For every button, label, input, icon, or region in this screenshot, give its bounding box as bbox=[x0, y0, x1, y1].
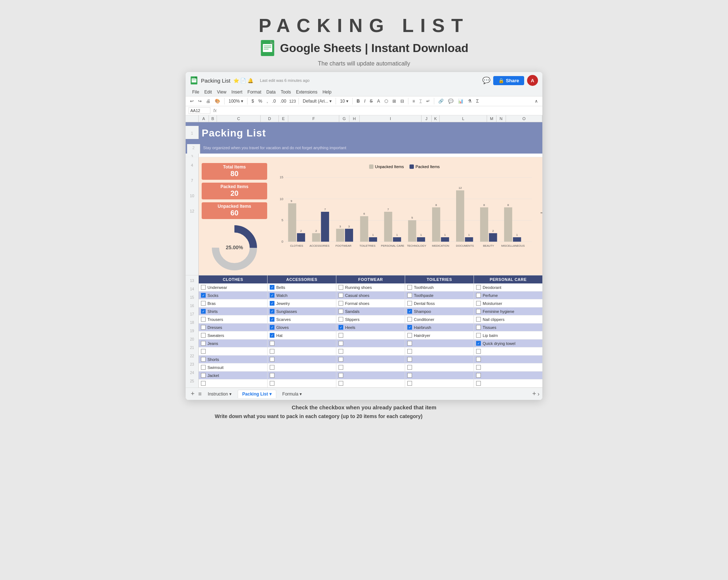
checkbox-feminine-hygiene[interactable] bbox=[476, 309, 481, 314]
checkbox-last-clothes[interactable] bbox=[201, 381, 206, 386]
menu-format[interactable]: Format bbox=[245, 89, 264, 95]
menu-extensions[interactable]: Extensions bbox=[294, 89, 320, 95]
checkbox-empty-fw5[interactable] bbox=[339, 365, 343, 370]
share-button[interactable]: 🔒 Share bbox=[493, 76, 524, 85]
menu-file[interactable]: File bbox=[190, 89, 201, 95]
checkbox-sandals[interactable] bbox=[339, 309, 343, 314]
checkbox-socks[interactable]: ✓ bbox=[201, 293, 206, 298]
bold-icon[interactable]: B bbox=[355, 98, 361, 104]
borders-icon[interactable]: ⊞ bbox=[391, 98, 397, 104]
checkbox-lip-balm[interactable] bbox=[476, 333, 481, 338]
checkbox-hairdryer[interactable] bbox=[407, 333, 412, 338]
chart-icon[interactable]: 📊 bbox=[456, 98, 465, 104]
tab-packing-list[interactable]: Packing List ▾ bbox=[238, 390, 276, 398]
menu-insert[interactable]: Insert bbox=[229, 89, 245, 95]
checkbox-shampoo[interactable]: ✓ bbox=[407, 309, 412, 314]
checkbox-watch[interactable]: ✓ bbox=[270, 293, 274, 298]
checkbox-empty-acc6[interactable] bbox=[270, 381, 274, 386]
checkbox-toothbrush[interactable] bbox=[407, 285, 412, 290]
checkbox-perfume[interactable] bbox=[476, 293, 481, 298]
fill-color-icon[interactable]: ⬡ bbox=[383, 98, 389, 104]
comment-icon[interactable]: 💬 bbox=[447, 98, 455, 104]
checkbox-quick-drying-towel[interactable]: ✓ bbox=[476, 341, 481, 346]
tab-instruction[interactable]: Instruction ▾ bbox=[203, 390, 236, 398]
checkbox-nail-clippers[interactable] bbox=[476, 317, 481, 322]
checkbox-empty-tlt1[interactable] bbox=[407, 341, 412, 346]
font-select[interactable]: Default (Ari... ▾ bbox=[301, 98, 333, 104]
redo-icon[interactable]: ↪ bbox=[197, 98, 203, 104]
checkbox-jeans[interactable] bbox=[201, 341, 206, 346]
checkbox-tissues[interactable] bbox=[476, 325, 481, 330]
checkbox-gloves[interactable]: ✓ bbox=[270, 325, 274, 330]
function-icon[interactable]: Σ bbox=[475, 98, 480, 104]
italic-icon[interactable]: I bbox=[363, 98, 367, 104]
checkbox-empty-acc2[interactable] bbox=[270, 349, 274, 354]
menu-help[interactable]: Help bbox=[320, 89, 334, 95]
checkbox-empty-fw4[interactable] bbox=[339, 357, 343, 362]
checkbox-jewelry[interactable]: ✓ bbox=[270, 301, 274, 306]
checkbox-empty-fw7[interactable] bbox=[339, 381, 343, 386]
checkbox-empty-pc3[interactable] bbox=[476, 365, 481, 370]
percent-icon[interactable]: % bbox=[257, 98, 264, 104]
checkbox-empty-tlt6[interactable] bbox=[407, 381, 412, 386]
sheet-nav-right-icon[interactable]: › bbox=[538, 391, 539, 397]
checkbox-toothpaste[interactable] bbox=[407, 293, 412, 298]
add-sheet-right-icon[interactable]: + bbox=[532, 390, 536, 398]
checkbox-trousers[interactable] bbox=[201, 317, 206, 322]
checkbox-shorts[interactable] bbox=[201, 357, 206, 362]
checkbox-conditioner[interactable] bbox=[407, 317, 412, 322]
checkbox-empty-pc4[interactable] bbox=[476, 373, 481, 378]
checkbox-sunglasses[interactable]: ✓ bbox=[270, 309, 274, 314]
checkbox-slippers[interactable] bbox=[339, 317, 343, 322]
dec-dec-icon[interactable]: .0 bbox=[271, 98, 277, 104]
merge-icon[interactable]: ⊟ bbox=[399, 98, 405, 104]
valign-icon[interactable]: ⌶ bbox=[418, 98, 423, 104]
checkbox-dental-floss[interactable] bbox=[407, 301, 412, 306]
checkbox-empty-tlt2[interactable] bbox=[407, 349, 412, 354]
checkbox-moisturiser[interactable] bbox=[476, 301, 481, 306]
menu-tools[interactable]: Tools bbox=[278, 89, 293, 95]
checkbox-belts[interactable]: ✓ bbox=[270, 285, 274, 290]
sheet-list-button[interactable]: ≡ bbox=[198, 391, 202, 397]
checkbox-hat[interactable]: ✓ bbox=[270, 333, 274, 338]
checkbox-empty-acc3[interactable] bbox=[270, 357, 274, 362]
checkbox-empty-acc4[interactable] bbox=[270, 365, 274, 370]
checkbox-scarves[interactable]: ✓ bbox=[270, 317, 274, 322]
checkbox-empty-acc1[interactable] bbox=[270, 341, 274, 346]
checkbox-dresses[interactable] bbox=[201, 325, 206, 330]
checkbox-underwear[interactable] bbox=[201, 285, 206, 290]
menu-view[interactable]: View bbox=[215, 89, 229, 95]
strikethrough-icon[interactable]: S bbox=[368, 98, 374, 104]
checkbox-empty-1[interactable] bbox=[201, 349, 206, 354]
checkbox-bras[interactable] bbox=[201, 301, 206, 306]
menu-edit[interactable]: Edit bbox=[202, 89, 214, 95]
checkbox-sweaters[interactable] bbox=[201, 333, 206, 338]
checkbox-empty-fw6[interactable] bbox=[339, 373, 343, 378]
align-icon[interactable]: ≡ bbox=[411, 98, 416, 104]
undo-icon[interactable]: ↩ bbox=[189, 98, 195, 104]
checkbox-empty-tlt4[interactable] bbox=[407, 365, 412, 370]
filter-icon[interactable]: ⚗ bbox=[466, 98, 473, 104]
checkbox-empty-fw2[interactable] bbox=[339, 341, 343, 346]
checkbox-empty-tlt3[interactable] bbox=[407, 357, 412, 362]
hide-formula-icon[interactable]: ∧ bbox=[533, 98, 539, 104]
dec-inc-icon[interactable]: .00 bbox=[279, 98, 288, 104]
checkbox-empty-pc1[interactable] bbox=[476, 349, 481, 354]
cell-reference[interactable] bbox=[189, 107, 210, 114]
comments-icon[interactable]: 💬 bbox=[482, 76, 490, 84]
checkbox-empty-pc5[interactable] bbox=[476, 381, 481, 386]
checkbox-casual-shoes[interactable] bbox=[339, 293, 343, 298]
zoom-select[interactable]: 100% ▾ bbox=[227, 98, 245, 104]
checkbox-hairbrush[interactable]: ✓ bbox=[407, 325, 412, 330]
checkbox-empty-pc2[interactable] bbox=[476, 357, 481, 362]
checkbox-shirts[interactable]: ✓ bbox=[201, 309, 206, 314]
tab-formula[interactable]: Formula ▾ bbox=[278, 390, 306, 398]
checkbox-heels[interactable]: ✓ bbox=[339, 325, 343, 330]
link-icon[interactable]: 🔗 bbox=[437, 98, 445, 104]
checkbox-running-shoes[interactable] bbox=[339, 285, 343, 290]
paint-format-icon[interactable]: 🎨 bbox=[213, 98, 222, 104]
menu-data[interactable]: Data bbox=[264, 89, 278, 95]
checkbox-formal-shoes[interactable] bbox=[339, 301, 343, 306]
checkbox-empty-fw3[interactable] bbox=[339, 349, 343, 354]
checkbox-empty-fw1[interactable] bbox=[339, 333, 343, 338]
